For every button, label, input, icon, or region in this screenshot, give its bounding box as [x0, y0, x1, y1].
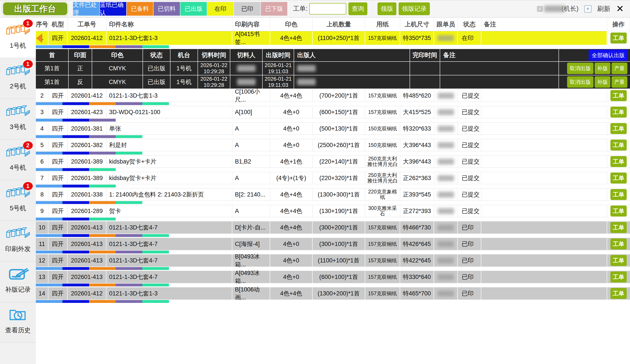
cell-type: 四开	[48, 205, 68, 217]
output-button[interactable]: 产量	[612, 63, 627, 74]
pickup-plate-log-button[interactable]: 领版记录	[398, 2, 430, 15]
workorder-button[interactable]: 工单	[610, 239, 627, 250]
subtable-row[interactable]: 第1首正CMYK已出版1号机2026-01-2210:29:282026-01-…	[36, 61, 630, 75]
cancel-publish-button[interactable]: 取消出版	[567, 63, 594, 74]
patch-plate-button[interactable]: 补版	[594, 76, 610, 88]
workorder-button[interactable]: 工单	[610, 189, 627, 200]
workorder-button[interactable]: 工单	[610, 123, 627, 134]
workorder-button[interactable]: 工单	[610, 173, 627, 184]
sidebar-item-5号机[interactable]: 15号机	[0, 180, 36, 221]
cell-colors: 4色+4色	[270, 189, 312, 200]
expand-plus-icon[interactable]: +	[584, 5, 592, 12]
cell-content: B[0493冰箱...	[232, 254, 270, 267]
sidebar-item-3号机[interactable]: 3号机	[0, 99, 36, 140]
sidebar-item-4号机[interactable]: 24号机	[0, 140, 36, 180]
status-progress-bar	[36, 185, 630, 187]
sidebar-item-补版记录[interactable]: 补版记录	[0, 262, 36, 302]
legend-prepared[interactable]: 已备料	[127, 2, 153, 15]
table-row[interactable]: 7四开202601-389kidsbay贺卡+卡片A(4专)+(1专)(220+…	[36, 172, 630, 184]
cell-status: 在印	[458, 31, 481, 45]
cell-follower	[434, 271, 458, 283]
workorder-button[interactable]: 工单	[610, 272, 627, 283]
table-header-row: 序号机型工单号印件名称印刷内容印色上机数量用纸上机尺寸跟单员状态备注操作	[36, 17, 630, 31]
confirm-all-publish-button[interactable]: 全部确认出版	[589, 49, 628, 61]
legend-printed[interactable]: 已印	[234, 2, 260, 15]
workorder-button[interactable]: 工单	[610, 90, 627, 101]
table-row[interactable]: 8四开202601-3381: 21400内盒包料 2: 21403-2新折页B…	[36, 188, 630, 201]
workorder-button[interactable]: 工单	[610, 206, 627, 217]
progress-segment-cut	[116, 284, 142, 286]
workorder-button[interactable]: 工单	[610, 288, 627, 299]
user-checkbox[interactable]: ✓	[537, 6, 543, 12]
progress-segment-processed	[36, 267, 62, 270]
sidebar-item-查看历史[interactable]: 查看历史	[0, 302, 36, 343]
progress-segment-confirmed	[62, 102, 89, 105]
order-input[interactable]	[309, 3, 346, 14]
legend-confirmed[interactable]: 蓝纸已确认	[100, 2, 126, 15]
notification-badge: 1	[23, 19, 33, 27]
job-row-block: 8四开202601-3381: 21400内盒包料 2: 21403-2新折页B…	[36, 188, 630, 204]
sidebar-item-label: 查看历史	[5, 326, 31, 335]
workorder-button[interactable]: 工单	[610, 255, 627, 266]
cell-action: 工单	[607, 139, 630, 151]
app-logo: 出版工作台	[3, 2, 67, 15]
job-row-block: 3四开202601-4233D-WDQ-0121-100A[100]4色+0(6…	[36, 106, 630, 122]
sidebar-item-印刷外发[interactable]: 印刷外发	[0, 221, 36, 262]
table-row[interactable]: 9四开202601-289贺卡A4色+4色(130+190)*1首300克雅米采…	[36, 205, 630, 217]
cell-size: 大396*443	[400, 156, 434, 167]
subtable-row[interactable]: 第1首反CMYK已出版1号机2026-01-2210:29:282026-01-…	[36, 75, 630, 89]
datetime: 2026-01-2119:11:03	[265, 76, 292, 88]
cell-colors: 4色+0	[270, 123, 312, 134]
table-row[interactable]: 3四开202601-4233D-WDQ-0121-100A[100]4色+0(6…	[36, 106, 630, 118]
sidebar-item-1号机[interactable]: 11号机	[0, 17, 36, 58]
table-row[interactable]: 11四开202601-4130121-1-3D七套4-7C[海报-4]4色+0(…	[36, 238, 630, 250]
legend-offpress[interactable]: 已下版	[261, 2, 287, 15]
sub-cell-colors: CMYK	[92, 75, 143, 89]
cell-size: 正272*393	[400, 205, 434, 217]
table-row[interactable]: 13四开202601-4130121-1-3D七套4-7A[0493冰箱...4…	[36, 271, 630, 283]
cell-colors: 4色+1色	[270, 156, 312, 167]
legend-published[interactable]: 已出版	[180, 2, 207, 15]
sub-cell-cutter	[230, 75, 263, 89]
workorder-button[interactable]: 工单	[610, 222, 627, 233]
workorder-button[interactable]: 工单	[610, 140, 627, 151]
sub-cell-sheet: 第1首	[36, 62, 69, 75]
progress-segment-prepared	[89, 102, 116, 105]
legend-printing[interactable]: 在印	[207, 2, 234, 15]
cancel-publish-button[interactable]: 取消出版	[567, 76, 594, 88]
column-header-colors: 印色	[270, 17, 312, 31]
redacted-follower-name	[438, 241, 454, 247]
table-row[interactable]: 2四开202601-4120121-1-3D七套1-3C[1006小尺...4色…	[36, 89, 630, 102]
notification-badge: 1	[23, 60, 33, 68]
table-row[interactable]: 14四开202601-4120121-1-3D七套1-3B[1006动画...4…	[36, 287, 630, 300]
workorder-button[interactable]: 工单	[610, 107, 627, 118]
cell-order: 202601-413	[68, 271, 106, 283]
legend-cut[interactable]: 已切料	[154, 2, 180, 15]
table-row[interactable]: 1四开202601-4120121-1-3D七套1-3A[0415书签...4色…	[36, 31, 630, 45]
pickup-plate-button[interactable]: 领版	[378, 2, 396, 15]
table-row[interactable]: 12四开202601-4130121-1-3D七套4-7B[0493冰箱...4…	[36, 254, 630, 267]
cell-follower	[434, 139, 458, 151]
search-button[interactable]: 查询	[348, 2, 367, 15]
table-row[interactable]: 6四开202601-389kidsbay贺卡+卡片B1,B24色+1色(220+…	[36, 155, 630, 168]
cell-status: 已提交	[458, 156, 481, 167]
workorder-button[interactable]: 工单	[610, 156, 627, 167]
sub-cell-actions: 取消出版补版产量	[559, 62, 630, 75]
legend-processed[interactable]: 文件已处理	[73, 2, 100, 15]
cell-status: 已印	[458, 287, 481, 300]
cell-status: 已提交	[458, 139, 481, 151]
table-row[interactable]: 5四开202601-382利是封A4色+0(2500+260)*1首150克双铜…	[36, 139, 630, 151]
table-row[interactable]: 4四开202601-381单张A4色+0(500+130)*1首150克双铜纸特…	[36, 122, 630, 135]
close-icon[interactable]: ✕	[616, 4, 624, 13]
refresh-button[interactable]: 刷新	[597, 4, 610, 13]
cell-size: 特320*633	[400, 123, 434, 134]
table-row[interactable]: 10四开202601-4130121-1-3D七套4-7D[卡片-自...4色+…	[36, 221, 630, 234]
sidebar-item-2号机[interactable]: 12号机	[0, 58, 36, 99]
output-button[interactable]: 产量	[612, 76, 627, 88]
progress-segment-confirmed	[62, 45, 89, 48]
cell-status: 已提交	[458, 90, 481, 101]
cell-qty: (600+150)*1首	[312, 106, 365, 118]
patch-plate-button[interactable]: 补版	[594, 63, 610, 74]
progress-segment-cut	[116, 102, 142, 105]
workorder-button[interactable]: 工单	[610, 32, 627, 43]
